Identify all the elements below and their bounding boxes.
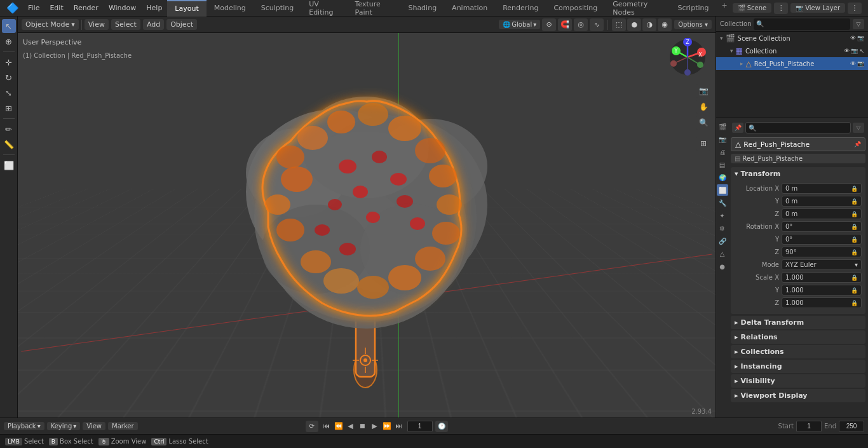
rp-vis-eye[interactable]: 👁	[850, 60, 856, 67]
tab-uv-editing[interactable]: UV Editing	[301, 0, 347, 17]
tab-scripting[interactable]: Scripting	[670, 0, 717, 17]
scene-options[interactable]: ⋮	[774, 3, 788, 14]
end-frame-input[interactable]: 250	[839, 421, 864, 432]
measure-tool[interactable]: 📏	[2, 137, 16, 151]
props-filter-btn[interactable]: ▽	[853, 123, 864, 133]
pivot-point-btn[interactable]: ⊙	[542, 18, 556, 31]
view-menu[interactable]: View	[85, 19, 109, 30]
viewport-canvas[interactable]: User Perspective (1) Collection | Red_Pu…	[18, 33, 715, 417]
delta-transform-header[interactable]: Delta Transform	[731, 316, 865, 329]
cursor-tool[interactable]: ⊕	[2, 34, 16, 48]
view-zoom-btn[interactable]: 🔍	[696, 116, 710, 130]
menu-edit[interactable]: Edit	[44, 3, 68, 13]
viewport-display-header[interactable]: Viewport Display	[731, 389, 865, 402]
props-particles-icon[interactable]: ✦	[717, 210, 728, 221]
rotation-y-input[interactable]: 0° 🔒	[782, 234, 862, 245]
props-pin-btn[interactable]: 📌	[732, 123, 743, 133]
rotation-z-input[interactable]: 90° 🔒	[782, 247, 862, 257]
instancing-header[interactable]: Instancing	[731, 360, 865, 373]
viewport-shading-render[interactable]: ◉	[658, 18, 672, 31]
current-frame-input[interactable]: 1	[407, 421, 433, 432]
proportional-edit-btn[interactable]: ◎	[574, 18, 588, 31]
annotate-tool[interactable]: ✏	[2, 122, 16, 136]
scale-x-input[interactable]: 1.000 🔒	[782, 272, 862, 283]
play-forward-btn[interactable]: ▶	[369, 421, 381, 432]
collection-vis-eye[interactable]: 👁	[844, 48, 850, 54]
props-scene-icon[interactable]: 🎬	[717, 121, 728, 132]
tab-texture-paint[interactable]: Texture Paint	[348, 0, 401, 17]
transform-tool[interactable]: ⊞	[2, 101, 16, 115]
view-layer-selector[interactable]: 📷 View Layer	[790, 3, 845, 13]
outliner-item-collection[interactable]: ▦ Collection 👁 📷 ↖	[716, 44, 868, 57]
menu-render[interactable]: Render	[69, 3, 104, 13]
props-data-icon[interactable]: △	[717, 248, 728, 259]
props-material-icon[interactable]: ●	[717, 261, 728, 272]
object-mode-dropdown[interactable]: Object Mode ▾	[22, 19, 79, 30]
rotation-x-input[interactable]: 0° 🔒	[782, 221, 862, 232]
scale-tool[interactable]: ⤡	[2, 86, 16, 100]
location-y-input[interactable]: 0 m 🔒	[782, 196, 862, 207]
scene-vis-render[interactable]: 📷	[857, 35, 864, 41]
timecode-btn[interactable]: 🕐	[435, 421, 448, 432]
tab-modeling[interactable]: Modeling	[207, 0, 254, 17]
keying-dropdown[interactable]: Keying ▾	[47, 422, 81, 430]
outliner-search[interactable]	[754, 18, 850, 30]
menu-window[interactable]: Window	[104, 3, 141, 13]
add-menu[interactable]: Add	[143, 19, 164, 30]
start-frame-input[interactable]: 1	[796, 421, 822, 432]
menu-help[interactable]: Help	[141, 3, 167, 13]
add-cube-tool[interactable]: ⬜	[2, 158, 16, 172]
object-menu[interactable]: Object	[166, 19, 197, 30]
snapping-btn[interactable]: 🧲	[558, 18, 572, 31]
select-menu[interactable]: Select	[111, 19, 140, 30]
axis-gizmo[interactable]: X Y Z	[668, 38, 707, 76]
collection-vis-select[interactable]: ↖	[859, 48, 864, 54]
props-render-icon[interactable]: 📷	[717, 133, 728, 145]
vis-overlay-btn[interactable]: ∿	[590, 18, 604, 31]
viewport-shading-solid[interactable]: ●	[627, 18, 641, 31]
collection-vis-render[interactable]: 📷	[851, 48, 858, 54]
tab-animation[interactable]: Animation	[444, 0, 495, 17]
props-constraints-icon[interactable]: 🔗	[717, 235, 728, 247]
props-physics-icon[interactable]: ⚙	[717, 222, 728, 234]
view-layer-options[interactable]: ⋮	[848, 3, 862, 14]
marker-dropdown[interactable]: Marker	[108, 422, 138, 430]
blender-logo-icon[interactable]: 🔷	[3, 2, 23, 14]
viewport-shading-material[interactable]: ◑	[642, 18, 656, 31]
view-overlay-btn[interactable]: ⊞	[696, 137, 710, 151]
tab-geometry-nodes[interactable]: Geometry Nodes	[605, 0, 670, 17]
viewport-shading-wire[interactable]: ⬚	[612, 18, 626, 31]
view-pan-btn[interactable]: ✋	[696, 100, 710, 114]
props-output-icon[interactable]: 🖨	[717, 146, 728, 158]
playback-dropdown[interactable]: Playback ▾	[4, 422, 44, 430]
sync-mode-btn[interactable]: ⟳	[306, 421, 318, 432]
view-dropdown[interactable]: View	[83, 422, 105, 430]
scene-vis-eye[interactable]: 👁	[850, 35, 856, 41]
tab-compositing[interactable]: Compositing	[546, 0, 605, 17]
outliner-item-red-push[interactable]: △ Red_Push_Pistache 👁 📷	[716, 57, 868, 70]
play-back-btn[interactable]: ◀	[345, 421, 356, 432]
rotation-mode-dropdown[interactable]: XYZ Euler ▾	[782, 259, 862, 270]
tree-object[interactable]	[208, 65, 526, 395]
object-name-field[interactable]: △ Red_Push_Pistache 📌	[731, 137, 865, 151]
outliner-item-scene-collection[interactable]: 🎬 Scene Collection 👁 📷	[716, 32, 868, 44]
jump-start-btn[interactable]: ⏮	[321, 421, 332, 432]
collections-header[interactable]: Collections	[731, 345, 865, 358]
tab-shading[interactable]: Shading	[400, 0, 444, 17]
options-btn[interactable]: Options ▾	[674, 20, 712, 29]
transform-header[interactable]: Transform	[731, 167, 865, 180]
transform-space-dropdown[interactable]: 🌐 Global ▾	[499, 20, 540, 29]
tab-layout[interactable]: Layout	[167, 0, 206, 17]
mesh-name-field[interactable]: ▤ Red_Push_Pistache	[731, 154, 865, 163]
props-world-icon[interactable]: 🌍	[717, 172, 728, 183]
jump-back-btn[interactable]: ⏪	[333, 421, 344, 432]
move-tool[interactable]: ✛	[2, 55, 16, 69]
rp-vis-render[interactable]: 📷	[857, 60, 864, 67]
tab-sculpting[interactable]: Sculpting	[254, 0, 301, 17]
rotate-tool[interactable]: ↻	[2, 71, 16, 85]
props-view-layer-icon[interactable]: ▤	[717, 159, 728, 170]
scale-z-input[interactable]: 1.000 🔒	[782, 297, 862, 308]
location-x-input[interactable]: 0 m 🔒	[782, 183, 862, 194]
select-tool[interactable]: ↖	[2, 19, 16, 33]
relations-header[interactable]: Relations	[731, 330, 865, 344]
